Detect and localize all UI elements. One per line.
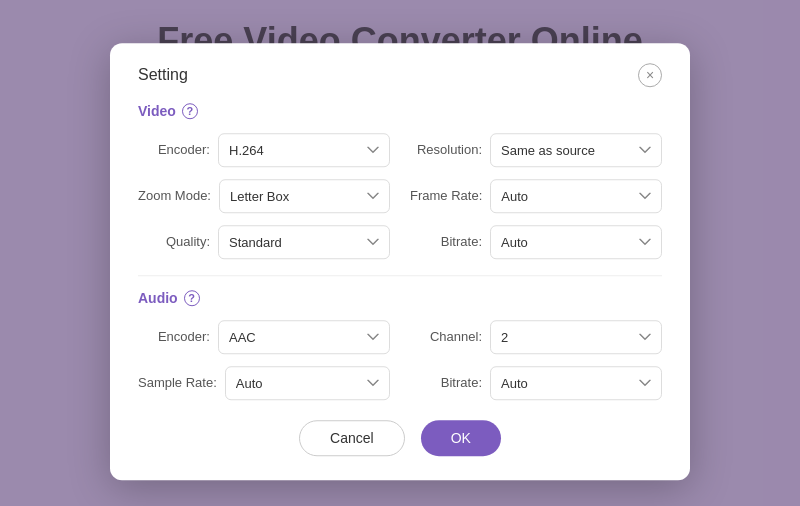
sample-rate-select[interactable]: Auto 44100 48000 96000 [225,366,390,400]
audio-help-icon[interactable]: ? [184,290,200,306]
zoom-mode-select[interactable]: Letter Box Pan & Scan Full [219,179,390,213]
settings-dialog: Setting × Video ? Encoder: H.264 H.265 M… [110,43,690,480]
frame-rate-label: Frame Rate: [410,188,482,205]
section-divider [138,275,662,276]
quality-select[interactable]: Standard High Low [218,225,390,259]
video-help-icon[interactable]: ? [182,103,198,119]
quality-label: Quality: [138,234,210,251]
sample-rate-row: Sample Rate: Auto 44100 48000 96000 [138,366,390,400]
dialog-footer: Cancel OK [138,420,662,456]
dialog-header: Setting × [138,63,662,87]
close-button[interactable]: × [638,63,662,87]
channel-label: Channel: [410,329,482,346]
video-section-label: Video ? [138,103,662,119]
encoder-label: Encoder: [138,142,210,159]
encoder-select[interactable]: H.264 H.265 MPEG-4 VP9 [218,133,390,167]
frame-rate-row: Frame Rate: Auto 24 25 30 60 [410,179,662,213]
video-fields: Encoder: H.264 H.265 MPEG-4 VP9 Resoluti… [138,133,662,259]
audio-encoder-select[interactable]: AAC MP3 AC3 OGG [218,320,390,354]
zoom-mode-label: Zoom Mode: [138,188,211,205]
audio-encoder-label: Encoder: [138,329,210,346]
audio-encoder-row: Encoder: AAC MP3 AC3 OGG [138,320,390,354]
sample-rate-label: Sample Rate: [138,375,217,392]
resolution-row: Resolution: Same as source 1080p 720p 48… [410,133,662,167]
ok-button[interactable]: OK [421,420,501,456]
channel-row: Channel: 2 1 6 [410,320,662,354]
audio-bitrate-row: Bitrate: Auto 128k 192k 256k 320k [410,366,662,400]
video-bitrate-row: Bitrate: Auto 1000k 2000k 4000k 8000k [410,225,662,259]
dialog-title: Setting [138,66,188,84]
resolution-label: Resolution: [410,142,482,159]
audio-fields: Encoder: AAC MP3 AC3 OGG Channel: 2 1 6 … [138,320,662,400]
audio-section-label: Audio ? [138,290,662,306]
channel-select[interactable]: 2 1 6 [490,320,662,354]
video-bitrate-label: Bitrate: [410,234,482,251]
resolution-select[interactable]: Same as source 1080p 720p 480p 360p [490,133,662,167]
encoder-row: Encoder: H.264 H.265 MPEG-4 VP9 [138,133,390,167]
zoom-mode-row: Zoom Mode: Letter Box Pan & Scan Full [138,179,390,213]
audio-bitrate-select[interactable]: Auto 128k 192k 256k 320k [490,366,662,400]
frame-rate-select[interactable]: Auto 24 25 30 60 [490,179,662,213]
video-bitrate-select[interactable]: Auto 1000k 2000k 4000k 8000k [490,225,662,259]
quality-row: Quality: Standard High Low [138,225,390,259]
cancel-button[interactable]: Cancel [299,420,405,456]
audio-bitrate-label: Bitrate: [410,375,482,392]
